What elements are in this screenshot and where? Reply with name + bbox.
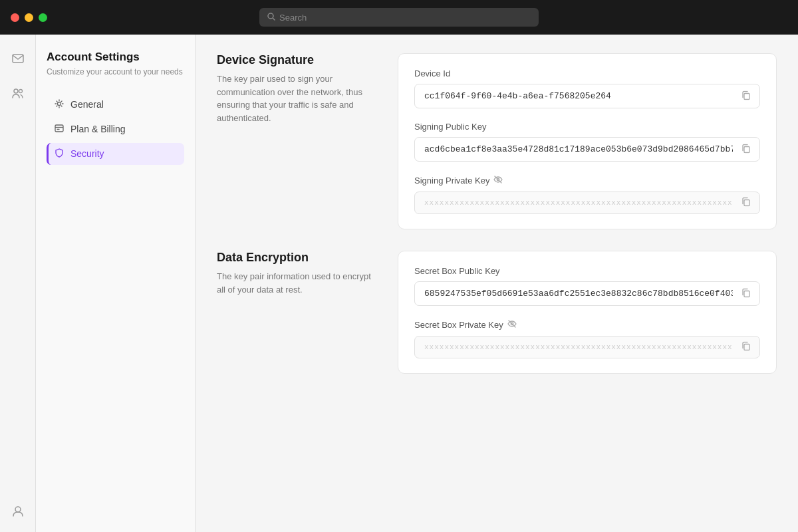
icon-sidebar (0, 35, 36, 532)
minimize-button[interactable] (25, 13, 33, 22)
sidebar-item-general-label: General (70, 99, 104, 110)
svg-point-0 (268, 13, 273, 19)
sidebar-item-billing[interactable]: Plan & Billing (47, 118, 184, 140)
signing-public-key-label: Signing Public Key (414, 122, 760, 132)
device-id-input[interactable] (414, 84, 760, 108)
gear-icon (55, 99, 64, 110)
sidebar-item-security[interactable]: Security (47, 143, 184, 165)
sidebar-item-security-label: Security (70, 148, 104, 159)
signing-private-key-input[interactable] (414, 192, 760, 214)
svg-point-5 (15, 507, 21, 512)
svg-rect-7 (55, 125, 63, 132)
traffic-lights (11, 13, 47, 22)
maximize-button[interactable] (39, 13, 47, 22)
device-id-label: Device Id (414, 68, 760, 78)
sidebar-title: Account Settings (47, 51, 184, 64)
device-signature-description: Device Signature The key pair used to si… (217, 53, 376, 229)
signing-private-key-copy-button[interactable] (739, 195, 753, 211)
secret-box-private-key-input[interactable] (414, 336, 760, 358)
mail-icon[interactable] (7, 48, 29, 69)
svg-line-1 (273, 18, 275, 20)
app-body: Account Settings Customize your account … (0, 35, 798, 532)
svg-rect-11 (744, 146, 749, 152)
svg-point-3 (14, 89, 18, 93)
signing-private-key-label: Signing Private Key (414, 175, 760, 186)
main-content: Device Signature The key pair used to si… (196, 35, 798, 532)
svg-rect-14 (744, 200, 749, 206)
secret-box-public-key-input-wrap (414, 281, 760, 306)
billing-icon (55, 124, 64, 135)
device-signature-text: The key pair used to sign your communica… (217, 72, 376, 124)
secret-box-public-key-group: Secret Box Public Key (414, 266, 760, 306)
close-button[interactable] (11, 13, 19, 22)
secret-box-private-key-input-wrap (414, 336, 760, 358)
svg-rect-15 (744, 291, 749, 297)
secret-box-public-key-input[interactable] (414, 281, 760, 306)
data-encryption-title: Data Encryption (217, 251, 376, 265)
svg-point-4 (19, 90, 22, 93)
secret-box-private-key-label: Secret Box Private Key (414, 319, 760, 331)
device-id-copy-button[interactable] (739, 88, 753, 104)
signing-public-key-group: Signing Public Key (414, 122, 760, 162)
signing-private-key-input-wrap (414, 192, 760, 214)
data-encryption-section: Data Encryption The key pair information… (217, 251, 777, 374)
signing-private-key-toggle-icon[interactable] (493, 175, 503, 186)
search-bar[interactable]: Search (259, 8, 539, 27)
shield-icon (55, 148, 64, 160)
titlebar: Search (0, 0, 798, 35)
signing-public-key-copy-button[interactable] (739, 141, 753, 158)
secret-box-private-key-copy-button[interactable] (739, 339, 753, 356)
svg-rect-10 (744, 93, 749, 99)
data-encryption-description: Data Encryption The key pair information… (217, 251, 376, 374)
svg-rect-18 (744, 344, 749, 350)
secret-box-private-key-group: Secret Box Private Key (414, 319, 760, 358)
device-id-group: Device Id (414, 68, 760, 108)
device-signature-section: Device Signature The key pair used to si… (217, 53, 777, 229)
data-encryption-card: Secret Box Public Key Se (398, 251, 777, 374)
secret-box-public-key-label: Secret Box Public Key (414, 266, 760, 276)
nav-sidebar: Account Settings Customize your account … (36, 35, 196, 532)
sidebar-subtitle: Customize your account to your needs (47, 66, 184, 78)
svg-point-6 (58, 102, 61, 105)
search-icon (267, 13, 275, 23)
sidebar-item-general[interactable]: General (47, 94, 184, 116)
sidebar-item-billing-label: Plan & Billing (70, 124, 126, 134)
signing-public-key-input-wrap (414, 137, 760, 162)
device-id-input-wrap (414, 84, 760, 108)
search-label: Search (279, 13, 307, 23)
secret-box-public-key-copy-button[interactable] (739, 285, 753, 302)
signing-public-key-input[interactable] (414, 137, 760, 162)
users-icon[interactable] (7, 82, 29, 104)
device-signature-card: Device Id Signing Public Key (398, 53, 777, 229)
signing-private-key-group: Signing Private Key (414, 175, 760, 214)
secret-box-private-key-toggle-icon[interactable] (507, 319, 517, 331)
svg-rect-2 (13, 55, 23, 63)
user-icon[interactable] (7, 500, 29, 521)
data-encryption-text: The key pair information used to encrypt… (217, 270, 376, 296)
device-signature-title: Device Signature (217, 53, 376, 67)
